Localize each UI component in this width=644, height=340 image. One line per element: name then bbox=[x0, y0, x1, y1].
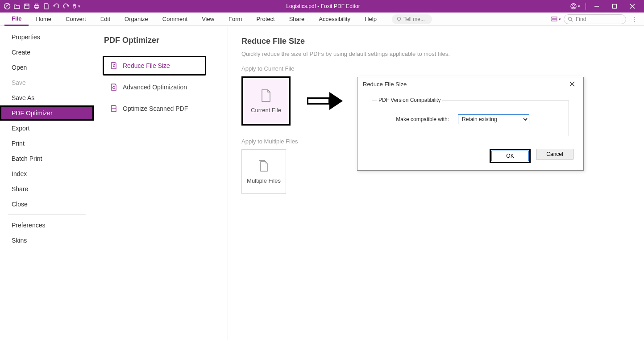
option-label: Advanced Optimization bbox=[123, 84, 187, 91]
option-label: Reduce File Size bbox=[123, 62, 170, 69]
sidebar-item-properties[interactable]: Properties bbox=[0, 29, 94, 45]
file-menu-sidebar: Properties Create Open Save Save As PDF … bbox=[0, 26, 94, 340]
svg-rect-15 bbox=[552, 20, 557, 21]
dialog-title: Reduce File Size bbox=[363, 81, 407, 88]
svg-rect-4 bbox=[35, 4, 38, 5]
find-placeholder: Find bbox=[576, 16, 586, 22]
find-box[interactable]: Find bbox=[564, 14, 626, 24]
tab-protect[interactable]: Protect bbox=[249, 13, 282, 26]
sidebar-item-save-as[interactable]: Save As bbox=[0, 90, 94, 105]
svg-point-16 bbox=[569, 17, 572, 21]
file-backstage: Properties Create Open Save Save As PDF … bbox=[0, 26, 644, 340]
content-title: Reduce File Size bbox=[241, 37, 631, 46]
tile-label: Multiple Files bbox=[247, 177, 281, 184]
tile-current-file[interactable]: Current File bbox=[244, 79, 288, 123]
sidebar-item-index[interactable]: Index bbox=[0, 166, 94, 181]
sidebar-item-preferences[interactable]: Preferences bbox=[0, 218, 94, 233]
window-controls: ▾ bbox=[566, 0, 641, 13]
separator bbox=[8, 214, 86, 215]
sidebar-item-export[interactable]: Export bbox=[0, 121, 94, 136]
redo-icon[interactable] bbox=[62, 2, 71, 11]
sidebar-item-save: Save bbox=[0, 75, 94, 90]
tab-organize[interactable]: Organize bbox=[117, 13, 155, 26]
highlight-annotation: Current File bbox=[241, 76, 291, 126]
option-optimize-scanned-pdf[interactable]: Optimize Scanned PDF bbox=[104, 99, 220, 118]
optimizer-options-panel: PDF Optimizer Reduce File Size Advanced … bbox=[94, 26, 228, 340]
sidebar-item-skins[interactable]: Skins bbox=[0, 233, 94, 248]
scan-icon bbox=[109, 104, 118, 113]
cancel-button[interactable]: Cancel bbox=[536, 149, 573, 160]
sidebar-item-open[interactable]: Open bbox=[0, 60, 94, 75]
option-label: Optimize Scanned PDF bbox=[123, 105, 188, 112]
search-icon bbox=[568, 17, 573, 22]
tab-form[interactable]: Form bbox=[221, 13, 249, 26]
user-account-icon[interactable]: ▾ bbox=[566, 0, 584, 13]
compress-icon bbox=[109, 61, 118, 70]
svg-rect-9 bbox=[613, 4, 617, 8]
more-menu-icon[interactable]: ⋮ bbox=[629, 16, 640, 23]
ribbon-tabs: File Home Convert Edit Organize Comment … bbox=[0, 13, 644, 26]
tab-help[interactable]: Help bbox=[357, 13, 384, 26]
tab-share[interactable]: Share bbox=[282, 13, 312, 26]
app-logo-icon[interactable] bbox=[3, 2, 12, 11]
option-advanced-optimization[interactable]: Advanced Optimization bbox=[104, 77, 220, 97]
compatibility-label: Make compatible with: bbox=[382, 116, 449, 122]
maximize-button[interactable] bbox=[606, 0, 623, 13]
sidebar-item-close[interactable]: Close bbox=[0, 197, 94, 212]
advanced-icon bbox=[109, 83, 118, 92]
tell-me-placeholder: Tell me... bbox=[403, 16, 425, 22]
arrow-annotation bbox=[305, 90, 345, 112]
fieldset-legend: PDF Version Compatibility bbox=[377, 97, 442, 103]
files-icon bbox=[258, 160, 270, 173]
dialog-close-button[interactable] bbox=[566, 80, 578, 88]
tab-edit[interactable]: Edit bbox=[93, 13, 117, 26]
reading-order-icon[interactable]: ▾ bbox=[551, 16, 561, 22]
tile-label: Current File bbox=[251, 107, 281, 113]
svg-point-18 bbox=[113, 87, 115, 89]
sidebar-item-create[interactable]: Create bbox=[0, 45, 94, 60]
svg-rect-14 bbox=[552, 17, 557, 18]
pdf-version-fieldset: PDF Version Compatibility Make compatibl… bbox=[372, 101, 569, 136]
optimizer-content: Reduce File Size Quickly reduce the size… bbox=[228, 26, 644, 340]
section-label-current: Apply to Current File bbox=[241, 65, 631, 72]
save-icon[interactable] bbox=[22, 2, 31, 11]
sidebar-item-batch-print[interactable]: Batch Print bbox=[0, 151, 94, 166]
undo-icon[interactable] bbox=[52, 2, 61, 11]
open-icon[interactable] bbox=[12, 2, 21, 11]
tab-convert[interactable]: Convert bbox=[58, 13, 93, 26]
svg-point-12 bbox=[397, 17, 400, 20]
bulb-icon bbox=[396, 17, 402, 22]
tab-comment[interactable]: Comment bbox=[155, 13, 195, 26]
tell-me-search[interactable]: Tell me... bbox=[392, 14, 432, 24]
tab-accessibility[interactable]: Accessibility bbox=[312, 13, 357, 26]
panel-title: PDF Optimizer bbox=[104, 36, 220, 45]
highlight-annotation: OK bbox=[490, 149, 531, 163]
compatibility-select[interactable]: Retain existing bbox=[458, 114, 529, 124]
quick-access-toolbar: ▾ bbox=[3, 2, 80, 11]
svg-line-17 bbox=[571, 20, 573, 21]
sidebar-item-pdf-optimizer[interactable]: PDF Optimizer bbox=[0, 105, 94, 121]
title-bar: ▾ Logistics.pdf - Foxit PDF Editor ▾ bbox=[0, 0, 644, 13]
file-icon bbox=[260, 89, 272, 102]
ok-button[interactable]: OK bbox=[491, 151, 529, 161]
close-button[interactable] bbox=[623, 0, 641, 13]
hand-tool-icon[interactable]: ▾ bbox=[71, 2, 80, 11]
svg-rect-20 bbox=[308, 99, 328, 103]
sidebar-item-share[interactable]: Share bbox=[0, 181, 94, 197]
print-icon[interactable] bbox=[32, 2, 41, 11]
svg-point-7 bbox=[573, 4, 574, 6]
option-reduce-file-size[interactable]: Reduce File Size bbox=[103, 56, 206, 76]
content-description: Quickly reduce the size of PDFs by using… bbox=[241, 50, 631, 57]
tab-view[interactable]: View bbox=[195, 13, 221, 26]
tab-file[interactable]: File bbox=[4, 13, 29, 26]
window-title: Logistics.pdf - Foxit PDF Editor bbox=[80, 3, 566, 9]
svg-point-0 bbox=[4, 4, 10, 9]
tab-home[interactable]: Home bbox=[29, 13, 58, 26]
sidebar-item-print[interactable]: Print bbox=[0, 136, 94, 151]
reduce-file-size-dialog: Reduce File Size PDF Version Compatibili… bbox=[357, 77, 584, 171]
tile-multiple-files[interactable]: Multiple Files bbox=[241, 149, 286, 194]
separator bbox=[586, 3, 586, 10]
minimize-button[interactable] bbox=[588, 0, 606, 13]
blank-page-icon[interactable] bbox=[42, 2, 51, 11]
